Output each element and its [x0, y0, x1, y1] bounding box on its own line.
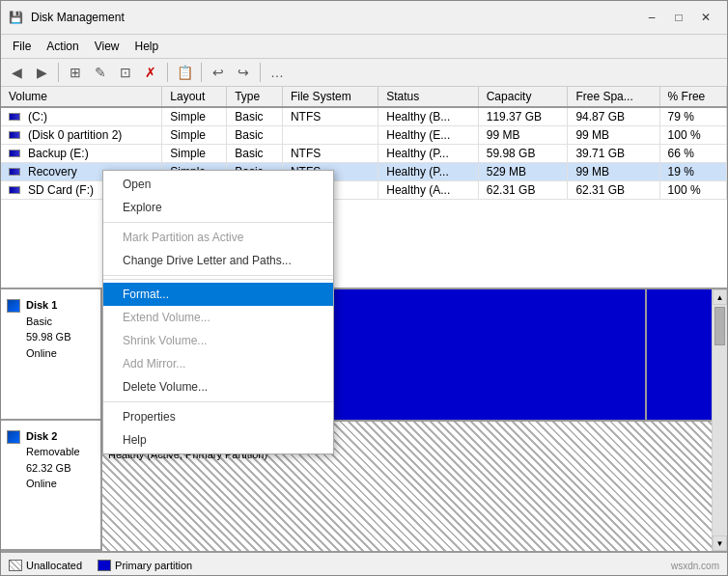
context-menu: OpenExploreMark Partition as ActiveChang…: [102, 170, 334, 454]
toolbar-btn-2[interactable]: ✎: [89, 62, 112, 83]
ctx-item-delete[interactable]: Delete Volume...: [103, 375, 333, 398]
cell-capacity: 529 MB: [478, 163, 568, 181]
toolbar-btn-4[interactable]: 📋: [173, 62, 196, 83]
cell-pct: 100 %: [659, 181, 726, 200]
ctx-separator-4: [103, 279, 333, 280]
title-bar: 💾 Disk Management – □ ✕: [1, 1, 727, 35]
col-layout: Layout: [162, 87, 227, 107]
scroll-down-button[interactable]: ▼: [713, 535, 727, 551]
redo-button[interactable]: ↪: [232, 62, 255, 83]
cell-volume: Backup (E:): [1, 145, 162, 163]
cell-layout: Simple: [162, 126, 227, 145]
ctx-item-shrink: Shrink Volume...: [103, 329, 333, 352]
ctx-sep-after-explore: [103, 222, 333, 223]
more-button[interactable]: …: [266, 62, 289, 83]
close-button[interactable]: ✕: [692, 7, 719, 28]
window-title: Disk Management: [31, 11, 125, 24]
undo-button[interactable]: ↩: [207, 62, 230, 83]
cell-capacity: 59.98 GB: [478, 145, 568, 163]
ctx-item-explore[interactable]: Explore: [103, 196, 333, 219]
cell-pct: 79 %: [659, 107, 726, 126]
cell-pct: 100 %: [659, 126, 726, 145]
delete-button[interactable]: ✗: [139, 62, 162, 83]
cell-free: 62.31 GB: [568, 181, 659, 200]
ctx-item-open[interactable]: Open: [103, 173, 333, 196]
col-capacity: Capacity: [478, 87, 568, 107]
cell-capacity: 119.37 GB: [478, 107, 568, 126]
app-window: 💾 Disk Management – □ ✕ File Action View…: [0, 0, 728, 576]
disk-labels-column: Disk 1 Basic 59.98 GB Online Disk 2 Remo…: [1, 289, 102, 551]
ctx-item-extend: Extend Volume...: [103, 306, 333, 329]
table-row[interactable]: (C:)SimpleBasicNTFSHealthy (B...119.37 G…: [1, 107, 727, 126]
vertical-scrollbar[interactable]: ▲ ▼: [712, 289, 727, 551]
cell-capacity: 62.31 GB: [478, 181, 568, 200]
cell-free: 94.87 GB: [568, 107, 659, 126]
cell-status: Healthy (A...: [378, 181, 478, 200]
ctx-item-mark-active: Mark Partition as Active: [103, 226, 333, 249]
scroll-up-button[interactable]: ▲: [713, 289, 727, 305]
cell-volume: (C:): [1, 107, 162, 126]
legend-unallocated: Unallocated: [9, 560, 82, 571]
col-fs: File System: [282, 87, 378, 107]
cell-status: Healthy (P...: [378, 145, 478, 163]
cell-type: Basic: [227, 107, 283, 126]
primary-partition-label: Primary partition: [115, 560, 192, 571]
cell-status: Healthy (E...: [378, 126, 478, 145]
ctx-item-change-letter[interactable]: Change Drive Letter and Paths...: [103, 249, 333, 272]
toolbar-separator-3: [201, 63, 202, 82]
menu-help[interactable]: Help: [127, 37, 167, 56]
cell-free: 99 MB: [568, 163, 659, 181]
cell-fs: NTFS: [282, 107, 378, 126]
toolbar-btn-1[interactable]: ⊞: [64, 62, 87, 83]
menu-file[interactable]: File: [5, 37, 39, 56]
col-free: Free Spa...: [568, 87, 659, 107]
disk1-partition-sys[interactable]: [647, 289, 712, 420]
toolbar-btn-3[interactable]: ⊡: [114, 62, 137, 83]
window-controls: – □ ✕: [638, 7, 719, 28]
minimize-button[interactable]: –: [638, 7, 665, 28]
disk2-name: Disk 2: [26, 428, 80, 445]
ctx-item-help[interactable]: Help: [103, 428, 333, 452]
disk2-size: 62.32 GB: [26, 460, 80, 477]
toolbar-separator-4: [260, 63, 261, 82]
col-pct: % Free: [659, 87, 726, 107]
cell-layout: Simple: [162, 145, 227, 163]
table-row[interactable]: (Disk 0 partition 2)SimpleBasicHealthy (…: [1, 126, 727, 145]
cell-free: 39.71 GB: [568, 145, 659, 163]
ctx-sep-after-change-letter: [103, 275, 333, 276]
legend-primary: Primary partition: [98, 560, 192, 571]
disk2-type: Removable: [26, 444, 80, 460]
disk1-label: Disk 1 Basic 59.98 GB Online: [1, 289, 100, 421]
menu-action[interactable]: Action: [39, 37, 86, 56]
cell-status: Healthy (B...: [378, 107, 478, 126]
cell-capacity: 99 MB: [478, 126, 568, 145]
cell-pct: 66 %: [659, 145, 726, 163]
toolbar: ◀ ▶ ⊞ ✎ ⊡ ✗ 📋 ↩ ↪ …: [1, 59, 727, 87]
app-icon: 💾: [9, 11, 23, 24]
menu-bar: File Action View Help: [1, 35, 727, 59]
col-type: Type: [227, 87, 283, 107]
table-row[interactable]: Backup (E:)SimpleBasicNTFSHealthy (P...5…: [1, 145, 727, 163]
cell-layout: Simple: [162, 107, 227, 126]
ctx-item-format[interactable]: Format...: [103, 283, 333, 306]
unallocated-label: Unallocated: [26, 560, 82, 571]
disk2-label: Disk 2 Removable 62.32 GB Online: [1, 421, 100, 552]
ctx-item-properties[interactable]: Properties: [103, 405, 333, 428]
primary-partition-icon: [98, 560, 111, 571]
disk1-status: Online: [26, 345, 70, 362]
cell-fs: [282, 126, 378, 145]
cell-volume: (Disk 0 partition 2): [1, 126, 162, 145]
disk1-type: Basic: [26, 314, 70, 330]
cell-type: Basic: [227, 145, 283, 163]
col-volume: Volume: [1, 87, 162, 107]
forward-button[interactable]: ▶: [30, 62, 53, 83]
cell-type: Basic: [227, 126, 283, 145]
cell-status: Healthy (P...: [378, 163, 478, 181]
menu-view[interactable]: View: [87, 37, 127, 56]
maximize-button[interactable]: □: [665, 7, 692, 28]
disk1-icon: [7, 299, 20, 313]
toolbar-separator-1: [58, 63, 59, 82]
back-button[interactable]: ◀: [5, 62, 28, 83]
scroll-thumb[interactable]: [714, 307, 725, 345]
cell-pct: 19 %: [659, 163, 726, 181]
